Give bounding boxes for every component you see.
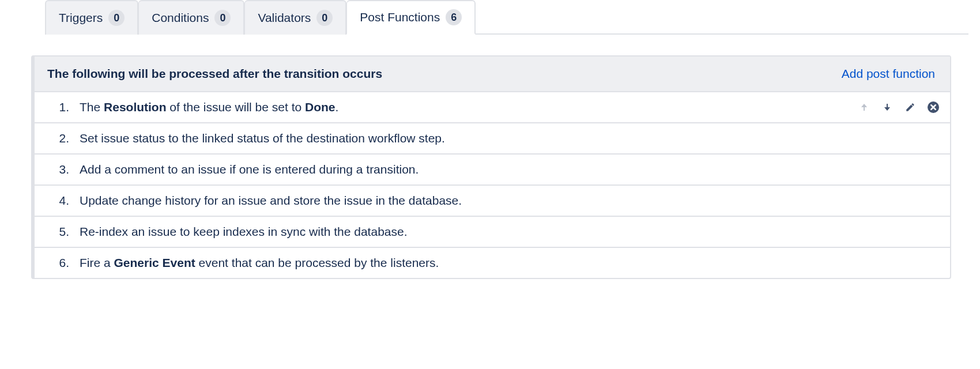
row-actions [858,101,940,114]
row-text: Add a comment to an issue if one is ente… [80,163,940,176]
panel-header: The following will be processed after th… [35,57,950,92]
row-text: Fire a Generic Event event that can be p… [80,256,940,270]
tabs: Triggers0Conditions0Validators0Post Func… [45,0,968,35]
row-text: The Resolution of the issue will be set … [80,100,858,114]
add-post-function-link[interactable]: Add post function [842,67,935,81]
post-function-row: 2.Set issue status to the linked status … [35,123,950,155]
tab-count-badge: 6 [446,9,462,25]
post-functions-list: 1.The Resolution of the issue will be se… [35,92,950,278]
delete-icon[interactable] [927,101,940,114]
post-function-row: 1.The Resolution of the issue will be se… [35,92,950,123]
arrow-up-icon [858,101,870,114]
arrow-down-icon[interactable] [881,101,894,114]
post-function-row: 5.Re-index an issue to keep indexes in s… [35,217,950,248]
row-number: 6. [50,256,69,270]
post-function-row: 3.Add a comment to an issue if one is en… [35,155,950,186]
post-functions-panel: The following will be processed after th… [31,55,951,279]
row-number: 5. [50,225,69,239]
row-text: Update change history for an issue and s… [80,194,940,208]
row-text: Re-index an issue to keep indexes in syn… [80,225,940,239]
tab-label: Post Functions [360,10,440,24]
tab-count-badge: 0 [214,10,231,26]
row-number: 2. [50,131,69,145]
edit-icon[interactable] [904,101,917,114]
row-text: Set issue status to the linked status of… [80,131,940,145]
tab-label: Conditions [152,11,209,25]
row-number: 3. [50,163,69,176]
post-function-row: 4.Update change history for an issue and… [35,186,950,217]
tab-triggers[interactable]: Triggers0 [45,0,138,35]
row-number: 4. [50,194,69,208]
tab-label: Triggers [59,11,103,25]
tab-validators[interactable]: Validators0 [244,0,346,35]
row-number: 1. [50,100,69,114]
post-function-row: 6.Fire a Generic Event event that can be… [35,248,950,278]
panel-title: The following will be processed after th… [47,67,382,81]
tab-label: Validators [258,11,311,25]
tab-count-badge: 0 [316,10,333,26]
tab-count-badge: 0 [108,10,125,26]
tab-conditions[interactable]: Conditions0 [138,0,244,35]
tab-post-functions[interactable]: Post Functions6 [346,0,476,35]
